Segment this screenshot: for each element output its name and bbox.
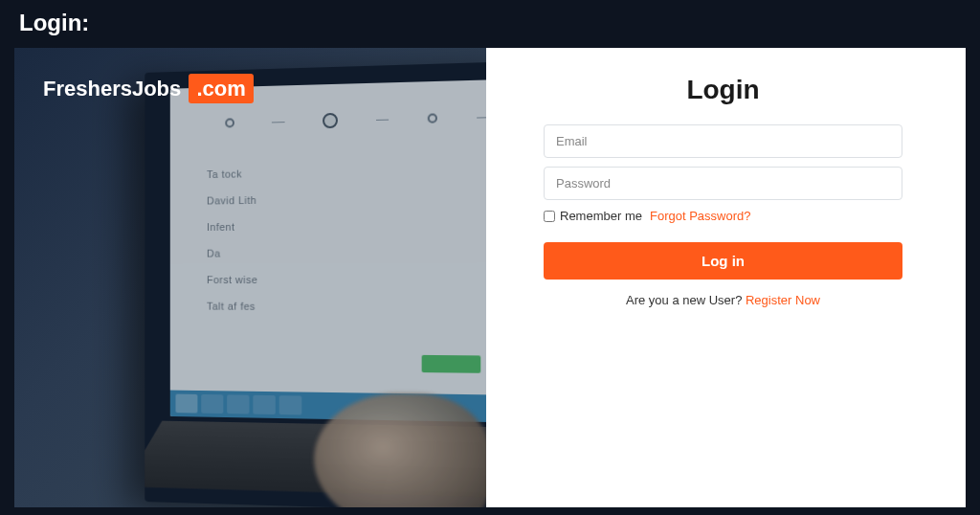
- taskbar-item-icon: [279, 395, 302, 414]
- remember-checkbox[interactable]: [544, 211, 555, 222]
- green-button-illustration: [422, 355, 481, 373]
- brand-suffix: .com: [189, 74, 253, 103]
- blurred-text: Forst wise: [207, 274, 486, 287]
- blurred-text: Infent: [207, 218, 486, 234]
- step-line-icon: [376, 119, 390, 120]
- step-line-icon: [477, 117, 486, 118]
- login-button[interactable]: Log in: [544, 242, 902, 280]
- step-dot-icon: [428, 113, 437, 123]
- blurred-text: David Lith: [207, 191, 486, 209]
- password-input[interactable]: [544, 167, 902, 200]
- login-form-panel: Login Remember me Forgot Password? Log i…: [486, 48, 966, 507]
- register-prompt: Are you a new User? Register Now: [544, 293, 902, 307]
- step-dot-icon: [225, 118, 234, 127]
- page-title: Login:: [0, 0, 980, 48]
- blurred-text: Ta tock: [207, 164, 486, 182]
- laptop-illustration: Ta tock David Lith Infent Da Forst wise …: [145, 61, 486, 507]
- form-heading: Login: [544, 75, 902, 105]
- email-input[interactable]: [544, 124, 902, 158]
- laptop-screen: Ta tock David Lith Infent Da Forst wise …: [170, 79, 486, 423]
- brand-logo: FreshersJobs .com: [43, 77, 254, 101]
- blurred-text: Da: [207, 246, 486, 260]
- taskbar-item-icon: [201, 394, 223, 414]
- stepper-illustration: [225, 109, 486, 130]
- step-line-icon: [272, 122, 284, 123]
- step-dot-active-icon: [323, 113, 338, 128]
- remember-row: Remember me Forgot Password?: [544, 209, 902, 223]
- blurred-text: Talt af fes: [207, 301, 486, 315]
- taskbar-item-icon: [253, 395, 275, 414]
- register-link[interactable]: Register Now: [746, 293, 820, 307]
- hero-image-panel: FreshersJobs .com Ta tock David Lith Inf…: [14, 48, 486, 507]
- new-user-text: Are you a new User?: [626, 293, 746, 307]
- home-icon: [175, 394, 197, 414]
- forgot-password-link[interactable]: Forgot Password?: [650, 209, 751, 223]
- remember-label: Remember me: [560, 209, 642, 223]
- login-container: FreshersJobs .com Ta tock David Lith Inf…: [14, 48, 966, 507]
- taskbar-item-icon: [227, 394, 249, 414]
- brand-name: FreshersJobs: [43, 77, 181, 101]
